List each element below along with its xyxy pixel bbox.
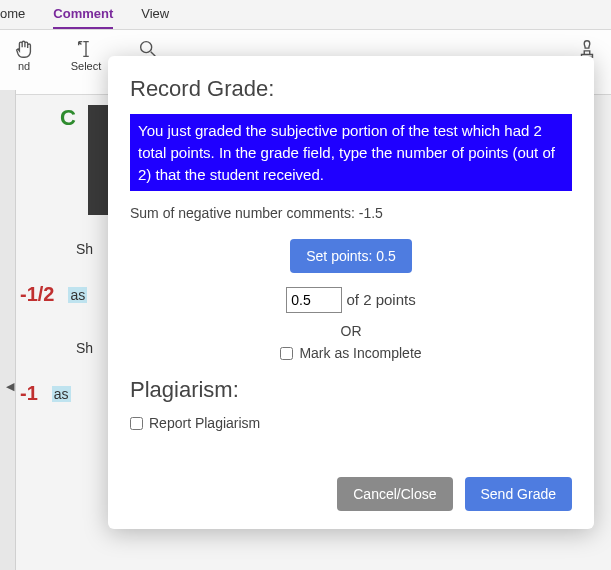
incomplete-checkbox[interactable] [280, 347, 293, 360]
send-grade-button[interactable]: Send Grade [465, 477, 573, 511]
modal-footer: Cancel/Close Send Grade [130, 477, 572, 511]
points-input[interactable] [286, 287, 342, 313]
cancel-button[interactable]: Cancel/Close [337, 477, 452, 511]
modal-title: Record Grade: [130, 76, 572, 102]
set-points-button[interactable]: Set points: 0.5 [290, 239, 412, 273]
incomplete-label: Mark as Incomplete [299, 345, 421, 361]
or-label: OR [130, 323, 572, 339]
plagiarism-title: Plagiarism: [130, 377, 572, 403]
modal-instruction: You just graded the subjective portion o… [130, 114, 572, 191]
sum-negative-line: Sum of negative number comments: -1.5 [130, 205, 572, 221]
plagiarism-label: Report Plagiarism [149, 415, 260, 431]
modal-overlay: Record Grade: You just graded the subjec… [0, 0, 611, 570]
record-grade-modal: Record Grade: You just graded the subjec… [108, 56, 594, 529]
plagiarism-checkbox[interactable] [130, 417, 143, 430]
points-row: of 2 points [130, 287, 572, 313]
points-suffix: of 2 points [346, 291, 415, 308]
